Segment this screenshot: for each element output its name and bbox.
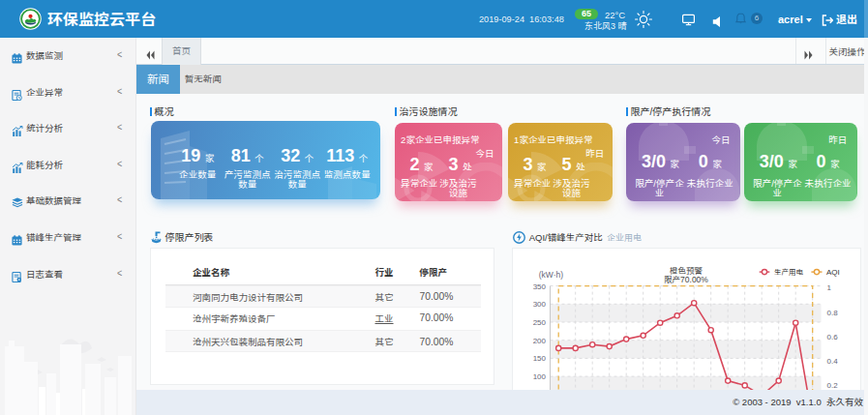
svg-text:100: 100: [532, 372, 546, 381]
svg-text:150: 150: [532, 354, 546, 363]
svg-text:0.2: 0.2: [826, 381, 838, 390]
svg-text:300: 300: [532, 300, 546, 309]
svg-text:350: 350: [532, 282, 546, 291]
svg-text:250: 250: [532, 318, 546, 327]
svg-text:限产70.00%: 限产70.00%: [664, 275, 708, 284]
svg-text:(kW·h): (kW·h): [538, 270, 563, 280]
svg-text:200: 200: [532, 337, 546, 345]
svg-text:0.4: 0.4: [826, 357, 838, 366]
svg-text:生产用电: 生产用电: [773, 268, 802, 277]
svg-text:1: 1: [826, 283, 831, 292]
svg-text:AQI: AQI: [826, 268, 840, 277]
svg-text:0.8: 0.8: [826, 309, 838, 317]
svg-text:0.6: 0.6: [826, 333, 838, 341]
